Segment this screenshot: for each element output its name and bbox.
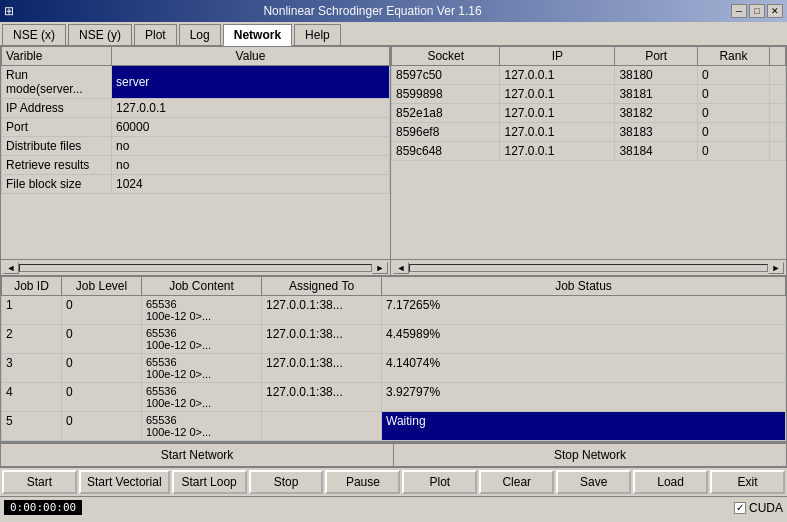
job-id-header: Job ID xyxy=(2,277,62,296)
job-status-cell: 4.14074% xyxy=(382,354,786,383)
socket-row: 859c648127.0.0.1381840 xyxy=(392,142,786,161)
rank-header: Rank xyxy=(697,47,769,66)
save-button[interactable]: Save xyxy=(556,470,631,494)
job-status-cell: 7.17265% xyxy=(382,296,786,325)
left-panel: Varible Value Run mode(server...serverIP… xyxy=(1,46,391,275)
table-row: Run mode(server...server xyxy=(2,66,390,99)
socket-cell: 859c648 xyxy=(392,142,500,161)
tab-log[interactable]: Log xyxy=(179,24,221,45)
job-status-cell: Waiting xyxy=(382,412,786,441)
scroll-track[interactable] xyxy=(19,264,372,272)
table-row: File block size1024 xyxy=(2,175,390,194)
job-level-cell: 0 xyxy=(62,296,142,325)
job-row: 5065536 100e-12 0>...Waiting xyxy=(2,412,786,441)
socket-row: 8599898127.0.0.1381810 xyxy=(392,85,786,104)
job-content-cell: 65536 100e-12 0>... xyxy=(142,383,262,412)
varible-cell: IP Address xyxy=(2,99,112,118)
job-assigned-cell: 127.0.0.1:38... xyxy=(262,296,382,325)
tab-plot[interactable]: Plot xyxy=(134,24,177,45)
value-cell: 127.0.0.1 xyxy=(112,99,390,118)
varible-cell: File block size xyxy=(2,175,112,194)
exit-button[interactable]: Exit xyxy=(710,470,785,494)
right-scroll-right-btn[interactable]: ► xyxy=(768,262,784,274)
status-bar: 0:00:00:00 ✓ CUDA xyxy=(0,496,787,518)
assigned-to-header: Assigned To xyxy=(262,277,382,296)
port-cell: 38180 xyxy=(615,66,697,85)
socket-cell: 8599898 xyxy=(392,85,500,104)
tab-nse-x[interactable]: NSE (x) xyxy=(2,24,66,45)
job-assigned-cell: 127.0.0.1:38... xyxy=(262,354,382,383)
rank-cell: 0 xyxy=(697,85,769,104)
scroll-right-btn[interactable]: ► xyxy=(372,262,388,274)
job-content-cell: 65536 100e-12 0>... xyxy=(142,325,262,354)
right-hscroll[interactable]: ◄ ► xyxy=(391,259,786,275)
scroll-left-btn[interactable]: ◄ xyxy=(3,262,19,274)
job-status-cell: 4.45989% xyxy=(382,325,786,354)
job-id-cell: 2 xyxy=(2,325,62,354)
variables-table-container: Varible Value Run mode(server...serverIP… xyxy=(1,46,390,259)
job-id-cell: 4 xyxy=(2,383,62,412)
job-row: 4065536 100e-12 0>...127.0.0.1:38...3.92… xyxy=(2,383,786,412)
maximize-button[interactable]: □ xyxy=(749,4,765,18)
ip-cell: 127.0.0.1 xyxy=(500,104,615,123)
job-content-cell: 65536 100e-12 0>... xyxy=(142,354,262,383)
job-assigned-cell: 127.0.0.1:38... xyxy=(262,325,382,354)
action-bar: Start Start Vectorial Start Loop Stop Pa… xyxy=(0,467,787,496)
stop-button[interactable]: Stop xyxy=(249,470,324,494)
port-header: Port xyxy=(615,47,697,66)
plot-button[interactable]: Plot xyxy=(402,470,477,494)
rank-cell: 0 xyxy=(697,123,769,142)
tab-network[interactable]: Network xyxy=(223,24,292,46)
varible-header: Varible xyxy=(2,47,112,66)
sockets-table-container: Socket IP Port Rank 8597c50127.0.0.13818… xyxy=(391,46,786,259)
left-hscroll[interactable]: ◄ ► xyxy=(1,259,390,275)
start-vectorial-button[interactable]: Start Vectorial xyxy=(79,470,170,494)
right-panel: Socket IP Port Rank 8597c50127.0.0.13818… xyxy=(391,46,786,275)
job-level-cell: 0 xyxy=(62,354,142,383)
close-button[interactable]: ✕ xyxy=(767,4,783,18)
socket-row: 852e1a8127.0.0.1381820 xyxy=(392,104,786,123)
time-display: 0:00:00:00 xyxy=(4,500,82,515)
tab-help[interactable]: Help xyxy=(294,24,341,45)
stop-network-button[interactable]: Stop Network xyxy=(394,443,787,467)
job-content-cell: 65536 100e-12 0>... xyxy=(142,296,262,325)
socket-header: Socket xyxy=(392,47,500,66)
table-row: IP Address127.0.0.1 xyxy=(2,99,390,118)
start-button[interactable]: Start xyxy=(2,470,77,494)
job-content-cell: 65536 100e-12 0>... xyxy=(142,412,262,441)
cuda-checkbox[interactable]: ✓ xyxy=(734,502,746,514)
minimize-button[interactable]: ─ xyxy=(731,4,747,18)
rank-cell: 0 xyxy=(697,104,769,123)
socket-row: 8596ef8127.0.0.1381830 xyxy=(392,123,786,142)
job-status-header: Job Status xyxy=(382,277,786,296)
varible-cell: Run mode(server... xyxy=(2,66,112,99)
scroll-spacer xyxy=(770,47,786,66)
job-level-cell: 0 xyxy=(62,412,142,441)
load-button[interactable]: Load xyxy=(633,470,708,494)
job-level-cell: 0 xyxy=(62,383,142,412)
menu-bar: NSE (x) NSE (y) Plot Log Network Help xyxy=(0,22,787,46)
socket-row: 8597c50127.0.0.1381800 xyxy=(392,66,786,85)
job-id-cell: 3 xyxy=(2,354,62,383)
job-row: 2065536 100e-12 0>...127.0.0.1:38...4.45… xyxy=(2,325,786,354)
right-scroll-left-btn[interactable]: ◄ xyxy=(393,262,409,274)
rank-cell: 0 xyxy=(697,66,769,85)
cuda-label: CUDA xyxy=(749,501,783,515)
table-row: Retrieve resultsno xyxy=(2,156,390,175)
job-assigned-cell: 127.0.0.1:38... xyxy=(262,383,382,412)
start-loop-button[interactable]: Start Loop xyxy=(172,470,247,494)
start-network-button[interactable]: Start Network xyxy=(0,443,394,467)
pause-button[interactable]: Pause xyxy=(325,470,400,494)
clear-button[interactable]: Clear xyxy=(479,470,554,494)
value-header: Value xyxy=(112,47,390,66)
value-cell: 1024 xyxy=(112,175,390,194)
job-row: 1065536 100e-12 0>...127.0.0.1:38...7.17… xyxy=(2,296,786,325)
ip-cell: 127.0.0.1 xyxy=(500,142,615,161)
socket-cell: 8596ef8 xyxy=(392,123,500,142)
main-content: Varible Value Run mode(server...serverIP… xyxy=(0,46,787,276)
table-row: Port60000 xyxy=(2,118,390,137)
value-cell: no xyxy=(112,156,390,175)
tab-nse-y[interactable]: NSE (y) xyxy=(68,24,132,45)
right-scroll-track[interactable] xyxy=(409,264,768,272)
job-level-header: Job Level xyxy=(62,277,142,296)
